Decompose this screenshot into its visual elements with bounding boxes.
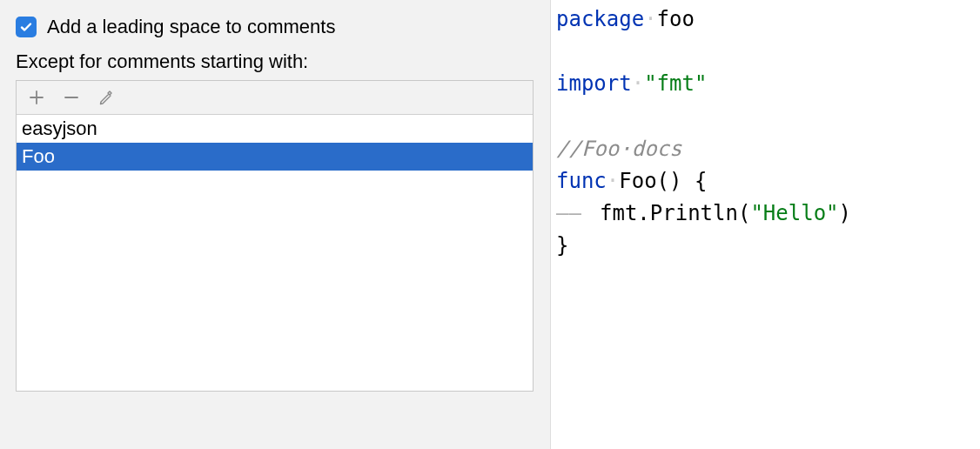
- plus-icon: [28, 89, 45, 106]
- remove-button[interactable]: [62, 88, 81, 107]
- checkmark-icon: [19, 20, 33, 34]
- leading-space-option: Add a leading space to comments: [16, 16, 541, 38]
- edit-button[interactable]: [97, 88, 116, 107]
- minus-icon: [63, 89, 80, 106]
- code-line: func·Foo() {: [556, 165, 971, 198]
- list-item[interactable]: easyjson: [17, 115, 533, 143]
- code-preview: package·foo import·"fmt" //Foo·docsfunc·…: [551, 0, 980, 449]
- exceptions-list: easyjsonFoo: [16, 80, 534, 392]
- add-button[interactable]: [27, 88, 46, 107]
- code-line: package·foo: [556, 3, 971, 36]
- leading-space-checkbox[interactable]: [16, 17, 37, 37]
- except-label: Except for comments starting with:: [16, 50, 541, 73]
- list-body[interactable]: easyjsonFoo: [17, 115, 533, 391]
- code-line: [556, 101, 971, 133]
- code-line: //Foo·docs: [556, 133, 971, 165]
- code-line: [556, 36, 971, 68]
- settings-panel: Add a leading space to comments Except f…: [0, 0, 551, 449]
- code-line: }: [556, 230, 971, 262]
- list-item[interactable]: Foo: [17, 143, 533, 171]
- code-line: import·"fmt": [556, 68, 971, 100]
- code-line: ——fmt.Println("Hello"): [556, 198, 971, 230]
- list-toolbar: [17, 81, 533, 115]
- pencil-icon: [97, 89, 115, 106]
- leading-space-label: Add a leading space to comments: [47, 16, 335, 38]
